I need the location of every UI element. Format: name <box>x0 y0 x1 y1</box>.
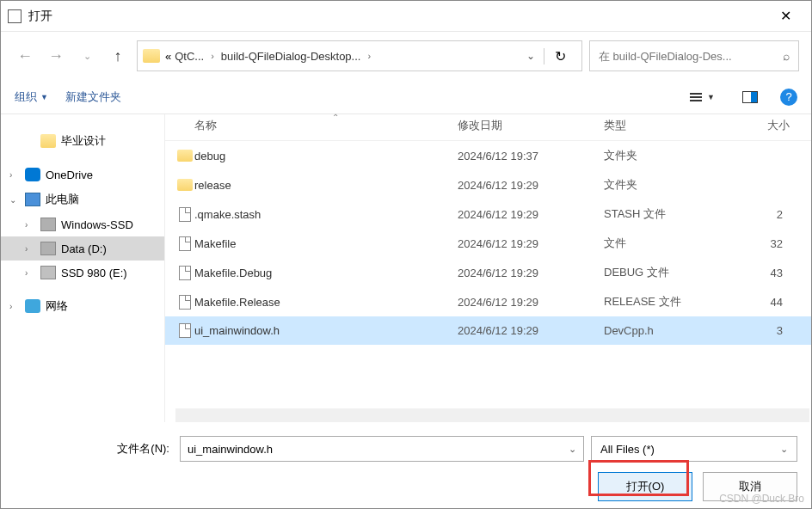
folder-icon <box>177 179 193 191</box>
file-row[interactable]: ui_mainwindow.h2024/6/12 19:29DevCpp.h3 <box>165 316 811 345</box>
file-size: 3 <box>738 324 783 337</box>
sidebar-item[interactable]: ›毕业设计 <box>1 128 164 154</box>
file-row[interactable]: Makefile.Release2024/6/12 19:29RELEASE 文… <box>165 287 811 316</box>
breadcrumb-history-dropdown[interactable]: ⌄ <box>520 50 542 62</box>
drive-icon <box>40 218 56 231</box>
sidebar-item[interactable]: ›Windows-SSD <box>1 212 164 236</box>
chevron-icon[interactable]: › <box>9 170 20 180</box>
breadcrumb-item[interactable]: QtC... <box>173 50 206 63</box>
column-date[interactable]: 修改日期 <box>458 118 604 133</box>
sidebar: ›毕业设计›OneDrive⌄此电脑›Windows-SSD›Data (D:)… <box>1 114 164 422</box>
view-mode-button[interactable]: ▼ <box>685 93 720 101</box>
sidebar-item[interactable]: ›SSD 980 (E:) <box>1 261 164 285</box>
nav-recent-dropdown[interactable]: ⌄ <box>75 44 99 68</box>
file-row[interactable]: Makefile2024/6/12 19:29文件32 <box>165 229 811 258</box>
chevron-down-icon: ⌄ <box>775 444 788 455</box>
file-name: Makefile.Release <box>194 296 458 309</box>
chevron-icon[interactable]: › <box>9 302 20 311</box>
chevron-icon[interactable]: › <box>25 220 35 230</box>
file-row[interactable]: debug2024/6/12 19:37文件夹 <box>165 141 811 170</box>
chevron-down-icon: ▼ <box>707 93 715 101</box>
column-size[interactable]: 大小 <box>738 118 790 133</box>
drive-icon <box>40 242 56 255</box>
chevron-icon[interactable]: › <box>25 268 35 278</box>
chevron-right-icon[interactable]: › <box>364 51 374 61</box>
breadcrumb-prefix: « <box>165 50 171 63</box>
file-icon <box>179 295 191 310</box>
watermark: CSDN @Duck Bro <box>719 493 804 505</box>
nav-up-button[interactable]: ↑ <box>106 44 130 68</box>
file-date: 2024/6/12 19:29 <box>458 324 604 337</box>
window-title: 打开 <box>28 9 766 24</box>
file-type: 文件夹 <box>604 177 738 193</box>
sidebar-item[interactable]: ›Data (D:) <box>1 236 164 261</box>
new-folder-button[interactable]: 新建文件夹 <box>65 89 121 105</box>
filename-field[interactable] <box>188 443 563 456</box>
search-icon[interactable]: ⌕ <box>783 49 790 63</box>
folder-yellow-icon <box>40 134 56 148</box>
sidebar-item-label: Windows-SSD <box>61 218 133 231</box>
sidebar-item[interactable]: ⌄此电脑 <box>1 187 164 212</box>
ssd-icon <box>40 266 56 279</box>
file-list: debug2024/6/12 19:37文件夹release2024/6/12 … <box>165 141 811 405</box>
search-input[interactable]: ⌕ <box>589 40 799 71</box>
file-size: 32 <box>738 237 783 250</box>
sort-indicator-icon: ⌃ <box>332 113 339 122</box>
file-icon <box>179 323 191 338</box>
sidebar-item-label: OneDrive <box>46 169 93 181</box>
file-size: 44 <box>738 296 783 309</box>
organize-label: 组织 <box>15 89 37 105</box>
open-button[interactable]: 打开(O) <box>598 472 692 501</box>
chevron-down-icon[interactable]: ⌄ <box>563 444 576 455</box>
file-size: 2 <box>738 208 783 221</box>
file-icon <box>179 266 191 280</box>
preview-pane-toggle[interactable] <box>737 91 763 103</box>
breadcrumb[interactable]: « QtC... › build-QFileDialog-Desktop... … <box>137 40 582 71</box>
search-field[interactable] <box>599 50 783 63</box>
file-icon <box>179 207 191 222</box>
chevron-right-icon[interactable]: › <box>207 51 218 61</box>
chevron-down-icon: ▼ <box>40 93 48 101</box>
sidebar-item[interactable]: ›OneDrive <box>1 163 164 187</box>
column-name[interactable]: 名称 <box>194 118 458 133</box>
file-date: 2024/6/12 19:29 <box>458 267 604 279</box>
horizontal-scrollbar[interactable] <box>175 408 809 422</box>
file-date: 2024/6/12 19:29 <box>458 296 604 309</box>
file-filter-select[interactable]: All Files (*) ⌄ <box>591 436 797 462</box>
filename-input[interactable]: ⌄ <box>180 436 584 462</box>
preview-icon <box>742 91 758 103</box>
file-date: 2024/6/12 19:29 <box>458 237 604 250</box>
nav-back-button[interactable]: ← <box>13 44 37 68</box>
file-name: ui_mainwindow.h <box>194 324 458 337</box>
file-row[interactable]: release2024/6/12 19:29文件夹 <box>165 170 811 199</box>
file-name: debug <box>194 150 458 163</box>
chevron-icon[interactable]: ⌄ <box>9 195 20 205</box>
file-date: 2024/6/12 19:37 <box>458 150 604 163</box>
pc-icon <box>25 193 40 206</box>
folder-icon <box>177 150 193 162</box>
filter-label: All Files (*) <box>600 443 655 456</box>
chevron-icon[interactable]: › <box>25 244 35 254</box>
list-icon <box>690 93 702 101</box>
file-name: .qmake.stash <box>194 208 458 221</box>
file-name: Makefile <box>194 237 458 250</box>
file-name: Makefile.Debug <box>194 267 458 279</box>
file-row[interactable]: .qmake.stash2024/6/12 19:29STASH 文件2 <box>165 199 811 229</box>
nav-forward-button[interactable]: → <box>44 44 68 68</box>
network-icon <box>25 299 40 313</box>
sidebar-item[interactable]: ›网络 <box>1 293 164 319</box>
organize-menu[interactable]: 组织 ▼ <box>15 89 48 105</box>
breadcrumb-item[interactable]: build-QFileDialog-Desktop... <box>219 50 363 63</box>
onedrive-icon <box>25 168 40 181</box>
column-type[interactable]: 类型 <box>604 118 738 133</box>
help-button[interactable]: ? <box>780 89 797 106</box>
close-button[interactable]: ✕ <box>766 8 804 24</box>
new-folder-label: 新建文件夹 <box>65 89 121 105</box>
file-name: release <box>194 179 458 192</box>
file-row[interactable]: Makefile.Debug2024/6/12 19:29DEBUG 文件43 <box>165 258 811 287</box>
file-type: RELEASE 文件 <box>604 294 738 310</box>
sidebar-item-label: 毕业设计 <box>61 133 106 149</box>
sidebar-item-label: 此电脑 <box>46 192 79 207</box>
folder-icon <box>143 49 160 63</box>
refresh-button[interactable]: ↻ <box>544 48 576 64</box>
